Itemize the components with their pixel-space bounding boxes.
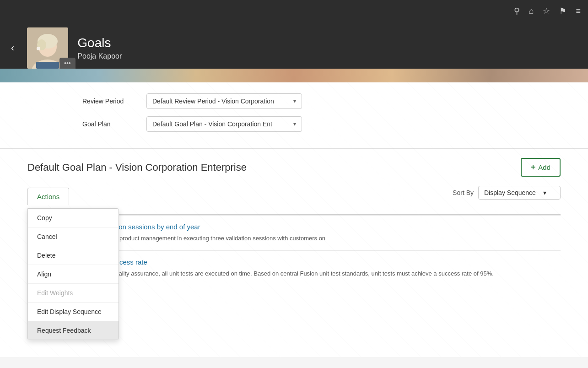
sort-by-value: Display Sequence bbox=[484, 189, 536, 196]
back-button[interactable]: ‹ bbox=[11, 42, 14, 54]
svg-rect-7 bbox=[36, 62, 59, 69]
page-title: Goals bbox=[77, 36, 577, 50]
review-period-select[interactable]: Default Review Period - Vision Corporati… bbox=[146, 93, 302, 109]
sort-by-select[interactable]: Display Sequence ▾ bbox=[478, 186, 561, 200]
goals-section: Default Goal Plan - Vision Corporation E… bbox=[0, 149, 588, 306]
review-period-chevron: ▾ bbox=[293, 98, 296, 104]
delete-menu-item[interactable]: Delete bbox=[28, 246, 119, 265]
header-text: Goals Pooja Kapoor bbox=[77, 36, 577, 60]
add-plus-icon: + bbox=[531, 162, 536, 172]
more-icon[interactable]: ≡ bbox=[576, 6, 581, 16]
sort-by-label: Sort By bbox=[453, 189, 474, 196]
header-area: ‹ Goals Pooja Kapoor ••• bbox=[0, 22, 588, 69]
form-section: Review Period Default Review Period - Vi… bbox=[0, 82, 588, 149]
more-dots-button[interactable]: ••• bbox=[59, 58, 76, 69]
top-nav: ⚲ ⌂ ☆ ⚑ ≡ bbox=[0, 0, 588, 22]
actions-dropdown: Copy Cancel Delete Align Edit Weights Ed… bbox=[27, 208, 119, 340]
toolbar-row: Actions Copy Cancel Delete Align Edit We… bbox=[27, 186, 561, 207]
add-button-label: Add bbox=[538, 163, 550, 171]
star-icon[interactable]: ☆ bbox=[543, 6, 550, 16]
cancel-menu-item[interactable]: Cancel bbox=[28, 227, 119, 246]
goal-plan-label: Goal Plan bbox=[82, 120, 146, 128]
main-content: Review Period Default Review Period - Vi… bbox=[0, 82, 588, 357]
search-icon[interactable]: ⚲ bbox=[514, 6, 520, 16]
goals-header: Default Goal Plan - Vision Corporation E… bbox=[27, 158, 561, 177]
actions-tab[interactable]: Actions bbox=[27, 188, 69, 205]
goal-plan-value: Default Goal Plan - Vision Corporation E… bbox=[152, 120, 293, 128]
copy-menu-item[interactable]: Copy bbox=[28, 209, 119, 227]
goal-plan-select[interactable]: Default Goal Plan - Vision Corporation E… bbox=[146, 116, 302, 132]
sort-area: Sort By Display Sequence ▾ bbox=[453, 186, 561, 200]
goals-section-title: Default Goal Plan - Vision Corporation E… bbox=[27, 162, 247, 173]
goal-plan-chevron: ▾ bbox=[293, 121, 296, 127]
goal-plan-row: Goal Plan Default Goal Plan - Vision Cor… bbox=[82, 116, 506, 132]
request-feedback-menu-item[interactable]: Request Feedback bbox=[28, 321, 119, 340]
align-menu-item[interactable]: Align bbox=[28, 265, 119, 284]
edit-display-sequence-menu-item[interactable]: Edit Display Sequence bbox=[28, 303, 119, 321]
home-icon[interactable]: ⌂ bbox=[529, 6, 534, 16]
edit-weights-menu-item: Edit Weights bbox=[28, 284, 119, 303]
flag-icon[interactable]: ⚑ bbox=[559, 6, 566, 16]
review-period-row: Review Period Default Review Period - Vi… bbox=[82, 93, 506, 109]
review-period-value: Default Review Period - Vision Corporati… bbox=[152, 97, 293, 105]
banner-stripe bbox=[0, 69, 588, 82]
sort-chevron-icon: ▾ bbox=[543, 189, 546, 196]
add-button[interactable]: + Add bbox=[521, 158, 561, 177]
user-name: Pooja Kapoor bbox=[77, 52, 577, 60]
svg-point-6 bbox=[37, 47, 40, 50]
actions-container: Actions Copy Cancel Delete Align Edit We… bbox=[27, 188, 69, 205]
review-period-label: Review Period bbox=[82, 97, 146, 105]
